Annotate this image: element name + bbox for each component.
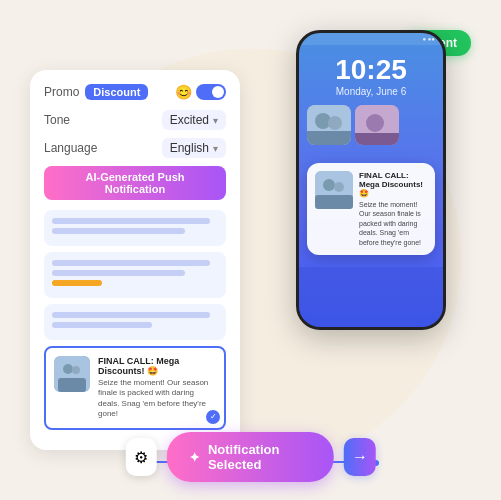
phone-date: Monday, June 6 [299, 86, 443, 97]
tone-value: Excited [170, 113, 209, 127]
phone-app-thumb-1 [307, 105, 351, 145]
phone-status-bar: ● ●● [299, 33, 443, 45]
phone-notif-thumb [315, 171, 353, 209]
notif-line [52, 228, 185, 234]
language-select[interactable]: English ▾ [162, 138, 226, 158]
filter-button[interactable]: ⚙ [125, 438, 157, 476]
phone-notif-title: FINAL CALL: Mega Discounts! 🤩 [359, 171, 427, 198]
svg-point-2 [72, 366, 80, 374]
tone-chevron-icon: ▾ [213, 115, 218, 126]
filter-icon: ⚙ [134, 448, 148, 467]
phone-notification: FINAL CALL: Mega Discounts! 🤩 Seize the … [307, 163, 435, 255]
ai-badge: AI-Generated Push Notification [44, 166, 226, 200]
svg-rect-10 [355, 133, 399, 145]
notif-title: FINAL CALL: Mega Discounts! 🤩 [98, 356, 216, 376]
phone-mockup: ● ●● 10:25 Monday, June 6 [296, 30, 446, 330]
svg-point-12 [323, 179, 335, 191]
language-value: English [170, 141, 209, 155]
selected-checkmark: ✓ [206, 410, 220, 424]
discount-badge[interactable]: Discount [85, 84, 148, 100]
svg-point-9 [366, 114, 384, 132]
toggle-switch[interactable] [196, 84, 226, 100]
phone-time: 10:25 [299, 55, 443, 86]
phone-app-img [355, 105, 399, 145]
tone-label: Tone [44, 113, 70, 127]
phone-notif-text: FINAL CALL: Mega Discounts! 🤩 Seize the … [359, 171, 427, 247]
phone-app-thumb-2 [355, 105, 399, 145]
notif-line [52, 322, 152, 328]
svg-rect-7 [307, 131, 351, 145]
phone-notif-body: Seize the moment! Our season finale is p… [359, 200, 427, 247]
phone-app-img [307, 105, 351, 145]
notif-line [52, 312, 210, 318]
notification-selected-label: Notification Selected [208, 442, 312, 472]
phone-bottom-area [299, 267, 443, 327]
svg-point-1 [63, 364, 73, 374]
notif-body: Seize the moment! Our season finale is p… [98, 378, 216, 420]
notif-card-3[interactable] [44, 304, 226, 340]
promo-row: Promo Discount 😊 [44, 84, 226, 100]
notif-line [52, 260, 210, 266]
emoji-icon: 😊 [175, 84, 192, 100]
main-container: ✓ Sent Promo Discount 😊 Tone Excited ▾ L… [0, 0, 501, 500]
notif-card-2[interactable] [44, 252, 226, 298]
language-chevron-icon: ▾ [213, 143, 218, 154]
notif-thumbnail [54, 356, 90, 392]
notif-card-selected[interactable]: FINAL CALL: Mega Discounts! 🤩 Seize the … [44, 346, 226, 430]
notif-line-accent [52, 280, 102, 286]
notification-selected-button[interactable]: ✦ Notification Selected [167, 432, 334, 482]
language-label: Language [44, 141, 97, 155]
notif-line [52, 270, 185, 276]
svg-rect-14 [315, 195, 353, 209]
language-row: Language English ▾ [44, 138, 226, 158]
svg-point-13 [334, 182, 344, 192]
bottom-bar: ⚙ ✦ Notification Selected → [125, 432, 376, 482]
arrow-right-icon: → [352, 448, 368, 466]
left-panel: Promo Discount 😊 Tone Excited ▾ Language… [30, 70, 240, 450]
tone-row: Tone Excited ▾ [44, 110, 226, 130]
notif-thumbnail-image [54, 356, 90, 392]
phone-app-row [299, 105, 443, 145]
notif-card-1[interactable] [44, 210, 226, 246]
toggle-wrapper: 😊 [175, 84, 226, 100]
notif-text: FINAL CALL: Mega Discounts! 🤩 Seize the … [98, 356, 216, 420]
svg-rect-3 [58, 378, 86, 392]
tone-select[interactable]: Excited ▾ [162, 110, 226, 130]
notif-line [52, 218, 210, 224]
svg-point-6 [328, 116, 342, 130]
promo-label: Promo [44, 85, 79, 99]
sparkle-icon: ✦ [189, 450, 200, 465]
arrow-right-button[interactable]: → [344, 438, 376, 476]
